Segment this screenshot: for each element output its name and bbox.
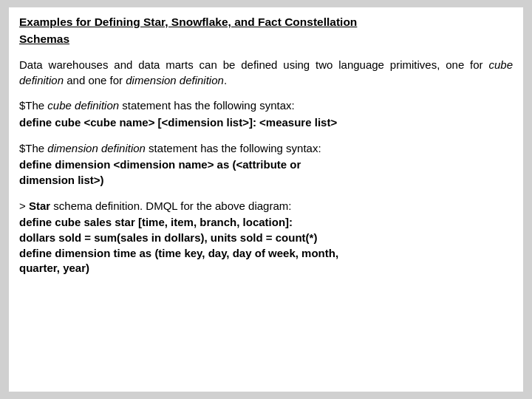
star-rest: schema definition. DMQL for the above di… (50, 200, 291, 212)
dim-def-intro: $The dimension definition statement has … (19, 141, 513, 157)
section2-intro: $The (19, 99, 47, 112)
star-arrow: > (19, 200, 29, 212)
section3-italic: dimension definition (47, 142, 146, 154)
dim-def-syntax2: dimension list>) (19, 173, 513, 188)
section3-rest: statement has the following syntax: (146, 142, 321, 154)
title-line-1: Examples for Defining Star, Snowflake, a… (19, 15, 513, 30)
cube-def-syntax: define cube <cube name> [<dimension list… (19, 115, 513, 131)
para1-mid: and one for (64, 74, 126, 86)
dim-def-syntax1: define dimension <dimension name> as (<a… (19, 157, 513, 173)
section-star-schema: > Star schema definition. DMQL for the a… (19, 199, 513, 276)
cube-def-intro: $The cube definition statement has the f… (19, 98, 513, 114)
star-syntax1: define cube sales star [time, item, bran… (19, 215, 513, 231)
star-schema-intro: > Star schema definition. DMQL for the a… (19, 199, 513, 214)
paragraph-1: Data warehouses and data marts can be de… (19, 58, 513, 88)
section3-intro: $The (19, 142, 47, 154)
title-line-2: Schemas (19, 32, 513, 47)
content-area: Examples for Defining Star, Snowflake, a… (9, 7, 523, 392)
section2-italic: cube definition (47, 99, 119, 112)
star-word: Star (29, 200, 50, 212)
star-syntax3: define dimension time as (time key, day,… (19, 246, 513, 262)
para1-text: Data warehouses and data marts can be de… (19, 58, 488, 71)
page-container: Examples for Defining Star, Snowflake, a… (0, 0, 532, 399)
section-dim-def: $The dimension definition statement has … (19, 141, 513, 188)
para1-end: . (224, 74, 227, 86)
star-syntax4: quarter, year) (19, 261, 513, 276)
para1-italic2: dimension definition (126, 74, 224, 86)
section2-rest: statement has the following syntax: (119, 99, 295, 112)
star-syntax2: dollars sold = sum(sales in dollars), un… (19, 231, 513, 246)
title-section: Examples for Defining Star, Snowflake, a… (19, 15, 513, 47)
section-cube-def: $The cube definition statement has the f… (19, 98, 513, 130)
